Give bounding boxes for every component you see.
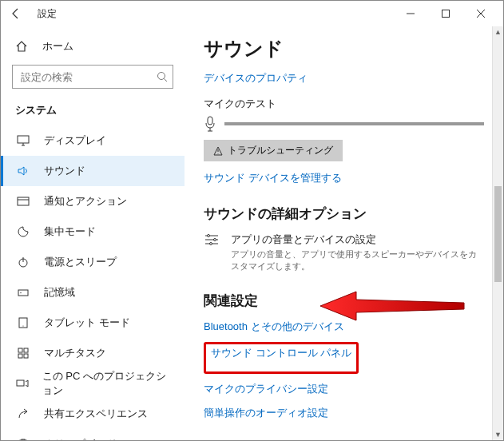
sidebar-item-label: ディスプレイ — [44, 133, 106, 148]
titlebar: 設定 — [1, 1, 503, 26]
sidebar-item-storage[interactable]: 記憶域 — [1, 277, 185, 308]
scrollbar[interactable]: ▲ ▼ — [492, 26, 503, 440]
svg-rect-12 — [24, 354, 28, 358]
svg-rect-9 — [18, 348, 22, 352]
svg-rect-2 — [18, 136, 29, 143]
back-button[interactable] — [6, 3, 26, 24]
sidebar-item-clipboard[interactable]: クリップボード — [1, 429, 185, 440]
sidebar-item-projection[interactable]: この PC へのプロジェクション — [1, 368, 185, 399]
sidebar-item-label: 通知とアクション — [44, 194, 127, 209]
svg-rect-3 — [18, 197, 29, 205]
related-sound-control-panel-link[interactable]: サウンド コントロール パネル — [211, 346, 351, 360]
advanced-heading: サウンドの詳細オプション — [204, 205, 484, 223]
sidebar-item-label: 集中モード — [44, 224, 96, 239]
sidebar-item-shared[interactable]: 共有エクスペリエンス — [1, 399, 185, 429]
svg-rect-5 — [18, 290, 28, 296]
sound-icon — [15, 165, 31, 177]
app-volume-desc: アプリの音量と、アプリで使用するスピーカーやデバイスをカスタマイズします。 — [231, 248, 484, 272]
svg-point-6 — [20, 292, 21, 293]
sidebar-item-label: タブレット モード — [44, 316, 130, 330]
svg-rect-11 — [18, 354, 22, 358]
window-title: 設定 — [38, 7, 57, 21]
sidebar-item-label: マルチタスク — [44, 346, 106, 360]
mic-test-label: マイクのテスト — [204, 97, 484, 111]
device-properties-link[interactable]: デバイスのプロパティ — [204, 71, 484, 85]
search-icon — [157, 71, 168, 82]
related-bluetooth-link[interactable]: Bluetooth とその他のデバイス — [204, 320, 484, 334]
sliders-icon — [204, 232, 220, 247]
focus-icon — [15, 226, 31, 237]
sidebar-item-label: 電源とスリープ — [44, 255, 117, 269]
home-icon — [15, 40, 31, 53]
sidebar: ホーム システム ディスプレイ サウンド 通知とアクション — [1, 26, 185, 440]
sidebar-home-label: ホーム — [42, 39, 73, 54]
sidebar-item-label: サウンド — [44, 164, 85, 178]
sidebar-item-power[interactable]: 電源とスリープ — [1, 247, 185, 277]
multitask-icon — [15, 348, 31, 359]
svg-point-1 — [158, 73, 165, 80]
minimize-button[interactable] — [393, 2, 428, 26]
mic-icon — [204, 116, 216, 132]
app-volume-row[interactable]: アプリの音量とデバイスの設定 アプリの音量と、アプリで使用するスピーカーやデバイ… — [204, 232, 484, 272]
sidebar-item-notifications[interactable]: 通知とアクション — [1, 186, 185, 217]
svg-point-19 — [210, 243, 212, 245]
sidebar-home[interactable]: ホーム — [1, 34, 185, 58]
notification-icon — [15, 196, 31, 207]
sidebar-item-label: 記憶域 — [44, 285, 75, 300]
related-mic-privacy-link[interactable]: マイクのプライバシー設定 — [204, 382, 484, 396]
related-heading: 関連設定 — [204, 292, 484, 310]
warning-icon — [213, 146, 223, 156]
sidebar-category: システム — [1, 98, 185, 125]
troubleshoot-label: トラブルシューティング — [228, 144, 333, 157]
highlight-box: サウンド コントロール パネル — [204, 342, 359, 374]
sidebar-item-sound[interactable]: サウンド — [1, 156, 185, 186]
power-icon — [15, 256, 31, 268]
svg-rect-16 — [208, 117, 212, 125]
scroll-up-arrow[interactable]: ▲ — [493, 26, 503, 38]
main-content: サウンド デバイスのプロパティ マイクのテスト トラブルシューティング サウンド… — [185, 26, 503, 440]
clipboard-icon — [15, 439, 31, 440]
page-title: サウンド — [204, 36, 484, 62]
mic-level-bar — [224, 122, 484, 125]
sidebar-item-label: この PC へのプロジェクション — [42, 369, 170, 398]
display-icon — [15, 135, 31, 146]
sidebar-item-label: 共有エクスペリエンス — [44, 407, 148, 421]
svg-rect-13 — [17, 380, 24, 386]
storage-icon — [15, 287, 31, 298]
search-input[interactable] — [19, 70, 157, 84]
app-volume-title: アプリの音量とデバイスの設定 — [231, 232, 484, 247]
sidebar-item-tablet[interactable]: タブレット モード — [1, 308, 185, 338]
troubleshoot-button[interactable]: トラブルシューティング — [204, 140, 343, 161]
search-box[interactable] — [12, 65, 173, 89]
sidebar-item-focus[interactable]: 集中モード — [1, 217, 185, 247]
svg-point-8 — [22, 325, 23, 326]
scrollbar-thumb[interactable] — [494, 186, 502, 282]
sidebar-item-multitask[interactable]: マルチタスク — [1, 338, 185, 368]
tablet-icon — [15, 317, 31, 328]
manage-devices-link[interactable]: サウンド デバイスを管理する — [204, 172, 342, 184]
mic-test-row — [204, 116, 484, 132]
svg-point-18 — [214, 239, 216, 241]
sidebar-item-display[interactable]: ディスプレイ — [1, 125, 185, 156]
related-ease-audio-link[interactable]: 簡単操作のオーディオ設定 — [204, 406, 484, 420]
maximize-button[interactable] — [428, 2, 463, 26]
svg-rect-10 — [24, 348, 28, 352]
sidebar-item-label: クリップボード — [44, 437, 117, 440]
share-icon — [15, 408, 31, 419]
scroll-down-arrow[interactable]: ▼ — [493, 429, 503, 440]
svg-rect-0 — [442, 10, 450, 18]
close-button[interactable] — [463, 2, 498, 26]
svg-point-17 — [208, 235, 210, 237]
projection-icon — [15, 378, 30, 389]
